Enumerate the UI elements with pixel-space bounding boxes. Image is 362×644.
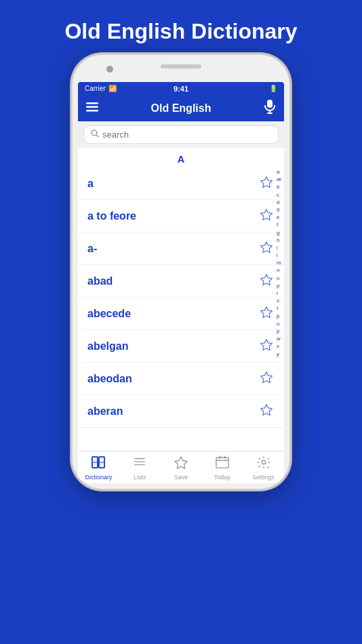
- search-icon: [91, 129, 99, 140]
- alpha-index: aæbcdðefghilmnoprstþupwxy: [275, 168, 283, 358]
- alpha-index-letter[interactable]: s: [275, 297, 283, 304]
- status-left: Carrier 📶: [85, 85, 117, 92]
- word-text: aberan: [87, 405, 123, 418]
- svg-line-7: [97, 136, 99, 138]
- word-item[interactable]: aberan: [78, 395, 284, 428]
- tab-label-dictionary: Dictionary: [85, 474, 112, 481]
- alpha-index-letter[interactable]: h: [275, 237, 283, 244]
- status-time: 9:41: [174, 85, 188, 93]
- alpha-index-letter[interactable]: t: [275, 304, 283, 312]
- hamburger-menu-button[interactable]: [86, 102, 98, 114]
- word-item[interactable]: abelgan: [78, 330, 284, 363]
- word-item[interactable]: a: [78, 167, 284, 200]
- alpha-index-letter[interactable]: l: [275, 251, 283, 259]
- nav-title: Old English: [151, 102, 212, 115]
- favorite-star-button[interactable]: [260, 273, 273, 289]
- alpha-index-letter[interactable]: m: [275, 259, 283, 266]
- tab-label-today: Today: [214, 474, 230, 481]
- favorite-star-button[interactable]: [260, 403, 273, 419]
- svg-rect-2: [86, 110, 98, 112]
- favorite-star-button[interactable]: [260, 176, 273, 191]
- alpha-index-letter[interactable]: u: [275, 320, 283, 327]
- word-text: abecede: [87, 308, 131, 320]
- battery-icon: 🔋: [269, 85, 277, 92]
- search-input[interactable]: [102, 129, 271, 140]
- word-text: abeodan: [87, 373, 132, 385]
- star-tab-icon: [174, 456, 188, 472]
- svg-rect-3: [267, 100, 273, 108]
- book-tab-icon: [91, 456, 106, 472]
- svg-rect-1: [86, 106, 98, 108]
- tab-label-settings: Settings: [252, 474, 275, 481]
- alpha-index-letter[interactable]: i: [275, 244, 283, 251]
- alpha-index-letter[interactable]: y: [275, 350, 283, 358]
- tab-dictionary[interactable]: Dictionary: [78, 456, 119, 481]
- search-container: [78, 121, 284, 148]
- app-title-text: Old English Dictionary: [0, 0, 362, 55]
- word-item[interactable]: abecede: [78, 298, 284, 330]
- alpha-index-letter[interactable]: æ: [275, 176, 283, 183]
- alpha-index-letter[interactable]: f: [275, 221, 283, 228]
- phone-wrapper: Carrier 📶 9:41 🔋 Old English: [73, 55, 289, 489]
- svg-point-19: [262, 460, 265, 464]
- nav-bar: Old English: [78, 95, 284, 121]
- tab-label-save: Save: [174, 474, 188, 481]
- alpha-index-letter[interactable]: d: [275, 199, 283, 206]
- alpha-index-letter[interactable]: e: [275, 214, 283, 221]
- alpha-index-letter[interactable]: p: [275, 327, 283, 335]
- calendar-tab-icon: [215, 456, 230, 472]
- word-item[interactable]: abeodan: [78, 363, 284, 395]
- alpha-index-letter[interactable]: c: [275, 191, 283, 199]
- word-list: a a to feore a- abad: [78, 167, 284, 428]
- tab-today[interactable]: Today: [201, 456, 243, 481]
- section-header-a: A: [78, 148, 284, 167]
- favorite-star-button[interactable]: [260, 338, 273, 354]
- word-text: a to feore: [87, 210, 136, 222]
- alpha-index-letter[interactable]: b: [275, 183, 283, 190]
- svg-point-6: [92, 130, 97, 136]
- word-text: abad: [87, 275, 113, 287]
- alpha-index-letter[interactable]: g: [275, 229, 283, 237]
- word-text: abelgan: [87, 340, 128, 353]
- word-item[interactable]: a-: [78, 233, 284, 265]
- word-item[interactable]: abad: [78, 265, 284, 298]
- phone-camera: [106, 66, 113, 73]
- tab-settings[interactable]: Settings: [243, 456, 284, 481]
- word-text: a-: [87, 243, 97, 255]
- alpha-index-letter[interactable]: a: [275, 168, 283, 176]
- alpha-index-letter[interactable]: n: [275, 266, 283, 274]
- favorite-star-button[interactable]: [260, 208, 273, 224]
- favorite-star-button[interactable]: [260, 306, 273, 321]
- content-area: A a a to feore a- abad: [78, 148, 284, 451]
- status-bar: Carrier 📶 9:41 🔋: [78, 82, 284, 95]
- list-tab-icon: [132, 456, 147, 472]
- carrier-label: Carrier: [85, 85, 106, 92]
- alpha-index-letter[interactable]: ð: [275, 206, 283, 214]
- alpha-index-letter[interactable]: r: [275, 289, 283, 297]
- tab-save[interactable]: Save: [161, 456, 202, 481]
- microphone-button[interactable]: [264, 99, 276, 117]
- search-bar[interactable]: [83, 125, 279, 144]
- svg-rect-0: [86, 102, 98, 104]
- alpha-index-letter[interactable]: o: [275, 275, 283, 282]
- status-right: 🔋: [269, 85, 277, 92]
- tab-lists[interactable]: Lists: [119, 456, 161, 481]
- phone-screen: Carrier 📶 9:41 🔋 Old English: [78, 82, 284, 483]
- gear-tab-icon: [256, 456, 271, 472]
- favorite-star-button[interactable]: [260, 241, 273, 256]
- alpha-index-letter[interactable]: w: [275, 335, 283, 342]
- wifi-icon: 📶: [108, 85, 117, 92]
- alpha-index-letter[interactable]: x: [275, 342, 283, 350]
- svg-rect-15: [216, 458, 228, 468]
- tab-bar: Dictionary Lists Save Today Settings: [78, 451, 284, 483]
- favorite-star-button[interactable]: [260, 371, 273, 386]
- tab-label-lists: Lists: [134, 474, 146, 481]
- word-item[interactable]: a to feore: [78, 200, 284, 233]
- alpha-index-letter[interactable]: p: [275, 282, 283, 289]
- alpha-index-letter[interactable]: þ: [275, 313, 283, 320]
- word-text: a: [87, 178, 94, 190]
